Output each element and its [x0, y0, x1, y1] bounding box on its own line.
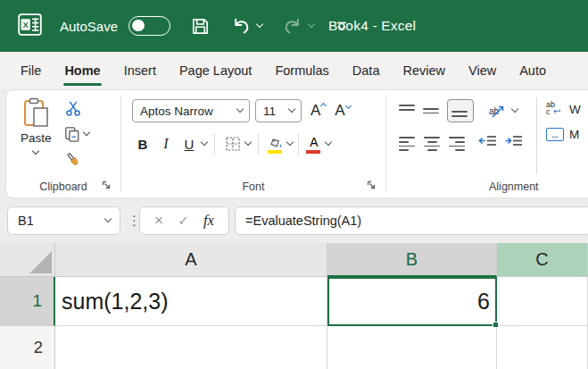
orientation-chevron-icon[interactable]	[511, 105, 518, 113]
font-color-bar	[306, 150, 320, 154]
format-painter-button[interactable]	[64, 149, 89, 171]
tab-formulas[interactable]: Formulas	[263, 52, 340, 89]
window-title: Book4 - Excel	[328, 0, 416, 52]
redo-icon	[282, 15, 303, 37]
cancel-icon[interactable]: ×	[154, 212, 163, 230]
name-box[interactable]: B1	[7, 206, 120, 235]
clipboard-group: Paste	[6, 90, 120, 197]
svg-text:X: X	[23, 19, 29, 29]
fill-color-chevron-icon[interactable]	[286, 138, 294, 146]
tab-automate[interactable]: Auto	[508, 52, 558, 89]
redo-chevron-icon	[308, 21, 315, 28]
borders-button[interactable]	[222, 133, 244, 155]
font-dialog-launcher-icon[interactable]	[366, 180, 377, 193]
decrease-indent-icon	[478, 134, 498, 150]
formula-input[interactable]: =EvaluateString(A1)	[235, 206, 588, 235]
formula-actions: × ✓ fx	[139, 206, 229, 235]
undo-chevron-icon[interactable]	[256, 21, 263, 28]
font-name-chevron-icon[interactable]	[236, 105, 244, 113]
cell-a2[interactable]	[55, 326, 327, 369]
font-color-button[interactable]: A	[304, 133, 324, 155]
select-all-corner[interactable]	[0, 243, 55, 277]
cell-b1-selected[interactable]: 6	[327, 277, 497, 326]
bold-button[interactable]: B	[132, 133, 153, 155]
underline-chevron-icon[interactable]	[201, 138, 208, 146]
fill-color-button[interactable]	[266, 133, 286, 155]
alignment-group-label: Alignment	[489, 180, 539, 193]
bottom-align-button-selected[interactable]	[447, 99, 474, 122]
underline-button[interactable]: U	[178, 133, 200, 155]
name-box-value: B1	[18, 214, 34, 228]
formula-text: =EvaluateString(A1)	[245, 214, 361, 228]
undo-button[interactable]	[230, 15, 262, 37]
select-all-triangle-icon	[29, 251, 52, 273]
fill-color-bar	[268, 150, 282, 154]
paste-chevron-icon[interactable]	[32, 147, 39, 155]
ribbon: Paste	[5, 89, 588, 198]
cell-a1[interactable]: sum(1,2,3)	[55, 277, 327, 326]
font-group: Aptos Narrow 11 A A B I	[121, 90, 385, 197]
decrease-font-size-button[interactable]: A	[335, 102, 350, 120]
column-header-a[interactable]: A	[55, 243, 327, 277]
save-button[interactable]	[190, 16, 211, 37]
alignment-group: ab	[386, 90, 588, 197]
font-size-select[interactable]: 11	[255, 99, 302, 122]
paste-button[interactable]: Paste	[21, 97, 52, 176]
align-left-icon[interactable]	[399, 136, 417, 152]
italic-button[interactable]: I	[155, 133, 177, 155]
increase-indent-icon	[504, 134, 524, 150]
increase-font-size-button[interactable]: A	[311, 102, 326, 120]
tab-file[interactable]: File	[9, 52, 53, 89]
merge-center-icon: ↔	[546, 128, 564, 141]
column-header-c[interactable]: C	[497, 243, 588, 277]
autosave-toggle[interactable]	[128, 16, 170, 36]
tab-home[interactable]: Home	[53, 52, 112, 89]
format-painter-icon	[64, 151, 82, 169]
cut-button[interactable]	[64, 97, 89, 119]
tab-insert[interactable]: Insert	[112, 52, 168, 89]
tab-page-layout[interactable]: Page Layout	[168, 52, 263, 89]
clipboard-dialog-launcher-icon[interactable]	[101, 180, 112, 193]
merge-center-button[interactable]: ↔ M	[546, 128, 581, 141]
font-name-select[interactable]: Aptos Narrow	[132, 99, 250, 122]
copy-chevron-icon[interactable]	[82, 129, 89, 136]
fill-handle[interactable]	[493, 322, 499, 328]
tab-review[interactable]: Review	[391, 52, 457, 89]
autosave-label: AutoSave	[60, 19, 118, 34]
borders-icon	[225, 136, 241, 152]
copy-button[interactable]	[64, 123, 89, 145]
wrap-text-icon: ab c ↩	[546, 101, 564, 117]
wrap-text-button[interactable]: ab c ↩ W	[546, 101, 581, 117]
name-box-chevron-icon[interactable]	[104, 215, 112, 222]
increase-indent-button[interactable]	[504, 134, 524, 154]
orientation-button[interactable]: ab	[487, 102, 518, 120]
top-align-icon[interactable]	[399, 103, 417, 119]
align-right-icon[interactable]	[447, 136, 465, 152]
redo-button	[282, 15, 314, 37]
row-header-1[interactable]: 1	[0, 277, 55, 326]
middle-align-icon[interactable]	[423, 103, 441, 119]
enter-icon[interactable]: ✓	[178, 213, 189, 229]
cell-c2[interactable]	[497, 326, 588, 369]
cell-c1[interactable]	[497, 277, 588, 326]
font-color-chevron-icon[interactable]	[325, 138, 332, 146]
row-header-2[interactable]: 2	[0, 326, 55, 369]
decrease-indent-button[interactable]	[478, 134, 498, 154]
save-icon	[190, 16, 211, 37]
wrap-text-label: W	[569, 103, 581, 116]
excel-logo-icon: X	[18, 13, 42, 39]
center-align-icon[interactable]	[423, 136, 441, 152]
tab-data[interactable]: Data	[341, 52, 392, 89]
tab-view[interactable]: View	[457, 52, 508, 89]
copy-icon	[64, 126, 80, 143]
font-size-chevron-icon[interactable]	[288, 105, 295, 113]
insert-function-icon[interactable]: fx	[203, 212, 214, 230]
column-header-b[interactable]: B	[327, 243, 497, 277]
formula-bar-zone: B1 ⋮ × ✓ fx =EvaluateString(A1)	[0, 198, 588, 243]
ribbon-tab-bar: File Home Insert Page Layout Formulas Da…	[0, 52, 588, 89]
spreadsheet-grid: A B C 1 sum(1,2,3) 6 2	[0, 243, 588, 369]
borders-chevron-icon[interactable]	[244, 138, 252, 146]
bottom-align-icon	[451, 103, 469, 119]
clipboard-group-label: Clipboard	[39, 180, 87, 193]
cell-b2[interactable]	[327, 326, 497, 369]
